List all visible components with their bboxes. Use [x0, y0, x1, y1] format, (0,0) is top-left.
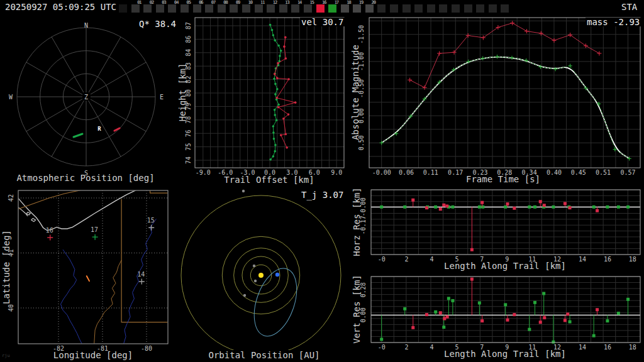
- map-x-axis-title: Longitude [deg]: [18, 351, 169, 360]
- horz-residual-plot: -0245791112141618-0.00-0.17: [360, 190, 640, 263]
- svg-text:0.57: 0.57: [620, 169, 635, 176]
- watermark: rju: [2, 353, 10, 358]
- tisserand-overlay: T_j 3.07: [300, 190, 345, 199]
- ground-track-map: 16171514-82-81-80424140: [8, 190, 168, 352]
- svg-text:-0: -0: [378, 256, 386, 263]
- svg-text:16: 16: [46, 227, 53, 234]
- svg-text:16: 16: [604, 344, 611, 351]
- svg-text:15: 15: [147, 217, 155, 224]
- svg-text:74: 74: [185, 156, 192, 164]
- svg-text:-0: -0: [378, 344, 386, 351]
- svg-text:16: 16: [604, 256, 611, 263]
- svg-text:18: 18: [629, 344, 636, 351]
- svg-text:42: 42: [8, 194, 14, 202]
- orbital-plot-title: Orbital Position [AU]: [176, 351, 352, 360]
- vres-y-axis-title: Vert Res [km]: [352, 246, 362, 362]
- trail-offset-plot: -9.0-6.0-3.00.03.06.09.08786848382807978…: [185, 18, 344, 176]
- lightcurve-y-axis-title: Absolute Magnitude: [350, 30, 360, 155]
- svg-text:Z: Z: [84, 94, 88, 101]
- light-curve-plot: -0.000.060.110.170.230.280.340.400.450.5…: [358, 18, 640, 176]
- meteor-monitor-screen: 20250927 05:09:25 UTC 010203040506070809…: [0, 0, 644, 362]
- vert-residual-plot: -02457911121416180.280.00: [360, 277, 640, 351]
- svg-text:87: 87: [185, 22, 192, 30]
- q-value-overlay: Q* 38.4: [138, 19, 177, 28]
- svg-text:W: W: [9, 94, 13, 101]
- velocity-overlay: vel 30.7: [300, 18, 345, 26]
- trail-y-axis-title: Height [km]: [177, 30, 187, 155]
- map-y-axis-title: Latitude [deg]: [1, 204, 11, 330]
- atmospheric-position-plot: NESWZR: [9, 22, 164, 177]
- svg-text:2: 2: [405, 344, 409, 351]
- polar-plot-title: Atmospheric Position [deg]: [10, 173, 161, 183]
- svg-text:R: R: [97, 126, 101, 132]
- trail-x-axis-title: Trail Offset [km]: [194, 175, 345, 185]
- svg-text:0.51: 0.51: [596, 169, 611, 176]
- svg-text:18: 18: [629, 256, 636, 263]
- vres-x-axis-title: Length Along Trail [km]: [411, 349, 599, 359]
- orbital-position-plot: [181, 190, 341, 355]
- svg-text:-0.00: -0.00: [372, 169, 391, 176]
- mass-overlay: mass -2.93: [586, 18, 641, 26]
- svg-text:N: N: [84, 22, 88, 29]
- svg-text:17: 17: [91, 226, 98, 233]
- svg-text:0.06: 0.06: [399, 169, 414, 176]
- svg-text:14: 14: [137, 271, 145, 278]
- hres-x-axis-title: Length Along Trail [km]: [411, 261, 599, 271]
- svg-text:E: E: [160, 94, 164, 101]
- lightcurve-x-axis-title: Frame Time [s]: [428, 175, 579, 184]
- svg-text:2: 2: [405, 256, 409, 263]
